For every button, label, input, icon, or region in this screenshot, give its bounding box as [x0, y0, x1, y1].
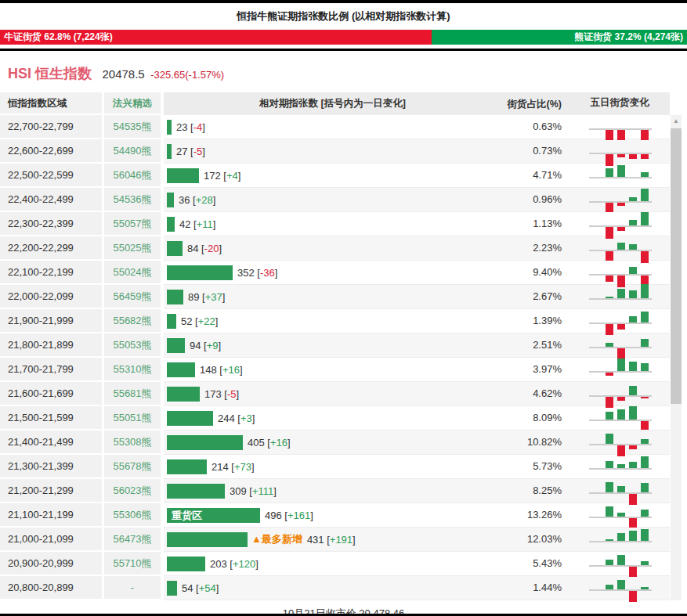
five-day-bar	[617, 165, 625, 177]
five-day-bar	[629, 316, 637, 322]
five-day-bar	[641, 529, 649, 541]
one-day-change: +3	[240, 412, 252, 424]
certificate-code-link[interactable]: 56046熊	[104, 164, 164, 188]
index-range-cell: 21,900-21,999	[0, 309, 104, 333]
relative-contracts-cell: 23 [-4]	[164, 115, 501, 139]
relative-contracts-cell: 重货区496 [+161]	[164, 503, 501, 528]
certificate-code-link[interactable]: 55308熊	[104, 430, 164, 455]
contracts-value: 309 [+111]	[230, 485, 277, 497]
five-day-bar	[629, 386, 637, 395]
five-day-bar	[641, 172, 649, 177]
five-day-bar	[629, 290, 637, 298]
one-day-change: +191	[330, 534, 353, 546]
one-day-change: -5	[193, 146, 203, 157]
five-day-chart-cell	[569, 188, 670, 212]
five-day-bar	[641, 212, 649, 225]
certificate-code-link[interactable]: 55310熊	[104, 358, 164, 382]
contracts-bar	[167, 338, 185, 353]
certificate-code-link[interactable]: 55681熊	[104, 382, 164, 406]
outstanding-pct-cell: 2.51%	[501, 333, 569, 358]
five-day-bar	[641, 421, 649, 430]
five-day-baseline	[589, 468, 652, 470]
contracts-bar	[167, 532, 248, 547]
five-day-bar	[617, 358, 625, 371]
five-day-bar	[641, 363, 649, 371]
five-day-chart-cell	[569, 164, 670, 188]
five-day-baseline	[589, 371, 652, 373]
five-day-chart-cell	[569, 406, 670, 430]
five-day-bar	[641, 312, 649, 322]
one-day-change: -36	[260, 267, 275, 279]
scrollbar-up-arrow-icon[interactable]: ▲	[671, 115, 682, 128]
vertical-scrollbar[interactable]: ▲	[671, 115, 682, 600]
certificate-code-link[interactable]: 55306熊	[104, 503, 164, 528]
certificate-code-link[interactable]: 55025熊	[104, 236, 164, 261]
contracts-value: 173 [-5]	[204, 388, 239, 400]
certificate-code-link[interactable]: 55682熊	[104, 309, 164, 333]
five-day-chart-cell	[569, 382, 670, 406]
table-row: 22,700-22,79954535熊23 [-4]0.63%	[0, 115, 687, 139]
header-index-range: 恒指指数区域	[0, 92, 104, 115]
five-day-bar	[629, 197, 637, 201]
relative-contracts-cell: 405 [+16]	[164, 430, 501, 455]
certificate-code-link[interactable]: 55057熊	[104, 212, 164, 236]
table-row: 22,000-22,09956459熊89 [+37]2.67%	[0, 285, 687, 309]
five-day-bar	[606, 461, 613, 468]
certificate-code-link[interactable]: 54536熊	[104, 188, 164, 212]
contracts-value: 23 [-4]	[176, 121, 205, 133]
relative-contracts-cell: 94 [+9]	[164, 333, 501, 358]
five-day-chart-cell	[569, 455, 670, 479]
certificate-code-link[interactable]: 55024熊	[104, 261, 164, 285]
certificate-code-link[interactable]: 56473熊	[104, 528, 164, 552]
table-row: 21,300-21,39955678熊214 [+73]5.73%	[0, 455, 687, 479]
table-row: 21,500-21,59955051熊244 [+3]8.09%	[0, 406, 687, 430]
five-day-bar	[641, 284, 649, 298]
five-day-chart-cell	[569, 285, 670, 309]
index-range-cell: 21,300-21,399	[0, 455, 104, 479]
certificate-code-link[interactable]: 56459熊	[104, 285, 164, 309]
five-day-bar	[606, 227, 613, 239]
table-row: 22,100-22,19955024熊352 [-36]9.40%	[0, 261, 687, 285]
five-day-bar	[617, 486, 625, 492]
scrollbar-thumb[interactable]	[671, 128, 682, 404]
five-day-baseline	[589, 541, 652, 542]
index-range-cell: 20,900-20,999	[0, 552, 104, 576]
certificate-code-link[interactable]: 54535熊	[104, 115, 164, 139]
page: 恒指牛熊证期指张数比例 (以相对期指张数计算) 牛证街货 62.8% (7,22…	[0, 0, 687, 616]
index-range-cell: 20,800-20,899	[0, 576, 104, 600]
one-day-change: +161	[287, 510, 310, 521]
five-day-bar	[617, 227, 625, 231]
contracts-value: 27 [-5]	[176, 146, 205, 157]
five-day-bar	[641, 456, 649, 468]
contracts-value: 431 [+191]	[307, 534, 356, 546]
index-range-cell: 21,000-21,099	[0, 528, 104, 552]
one-day-change: -4	[193, 121, 203, 133]
relative-contracts-cell: 42 [+11]	[164, 212, 501, 236]
certificate-code-link[interactable]: 55710熊	[104, 552, 164, 576]
five-day-bar	[629, 445, 637, 449]
one-day-change: +11	[197, 218, 213, 230]
five-day-chart-cell	[569, 552, 670, 576]
contracts-value: 352 [-36]	[237, 267, 277, 279]
relative-contracts-cell: 89 [+37]	[164, 285, 501, 309]
five-day-bar	[606, 324, 613, 335]
five-day-bar	[617, 533, 625, 541]
contracts-bar	[167, 290, 183, 304]
certificate-code-link[interactable]: 56023熊	[104, 479, 164, 503]
one-day-change: +111	[252, 485, 273, 497]
certificate-code-link[interactable]: 55053熊	[104, 333, 164, 358]
contracts-value: 36 [+28]	[179, 194, 215, 206]
index-range-cell: 21,400-21,499	[0, 430, 104, 455]
certificate-code-link[interactable]: 54490熊	[104, 139, 164, 164]
outstanding-pct-cell: 13.26%	[501, 503, 569, 528]
certificate-code-link[interactable]: 55678熊	[104, 455, 164, 479]
certificate-code-link[interactable]: 55051熊	[104, 406, 164, 430]
five-day-bar	[617, 409, 625, 420]
contracts-bar	[167, 411, 213, 426]
outstanding-pct-cell: 9.40%	[501, 261, 569, 285]
five-day-bar	[629, 406, 637, 420]
index-name: HSI 恒生指数	[8, 66, 92, 81]
header-five-day-change: 五日街货变化	[569, 92, 670, 115]
contracts-bar	[167, 217, 175, 232]
bear-ratio-segment: 熊证街货 37.2% (4,274张)	[432, 30, 687, 45]
